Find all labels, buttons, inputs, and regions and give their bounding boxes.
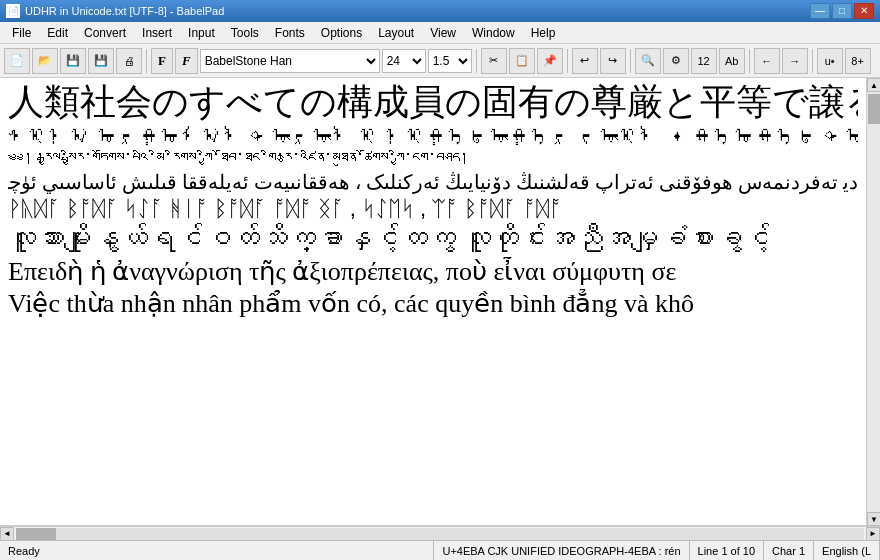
menu-view[interactable]: View <box>422 24 464 42</box>
hscroll-track[interactable] <box>16 528 864 540</box>
hscroll-left-arrow[interactable]: ◄ <box>0 527 14 541</box>
print-button[interactable]: 🖨 <box>116 48 142 74</box>
vscroll-track[interactable] <box>867 92 880 512</box>
redo-button[interactable]: ↪ <box>600 48 626 74</box>
hscroll-thumb[interactable] <box>16 528 56 540</box>
separator4 <box>630 49 631 73</box>
menu-help[interactable]: Help <box>523 24 564 42</box>
horizontal-scrollbar: ◄ ► <box>0 526 880 540</box>
font-size-select[interactable]: 24 <box>382 49 426 73</box>
menu-input[interactable]: Input <box>180 24 223 42</box>
titlebar-title: UDHR in Unicode.txt [UTF-8] - BabelPad <box>25 5 224 17</box>
separator1 <box>146 49 147 73</box>
find-button[interactable]: 🔍 <box>635 48 661 74</box>
menu-file[interactable]: File <box>4 24 39 42</box>
text-area[interactable]: 人類社会のすべての構成員の固有の尊厳と平等で譲ること0 ᠰᠢᠨ᠎ᠠ ᠤᠷᠭᠤᠮᠠ… <box>0 78 866 525</box>
separator3 <box>567 49 568 73</box>
menu-layout[interactable]: Layout <box>370 24 422 42</box>
vscroll-up-arrow[interactable]: ▲ <box>867 78 880 92</box>
status-char-info: Char 1 <box>764 541 814 560</box>
menu-fonts[interactable]: Fonts <box>267 24 313 42</box>
special2-button[interactable]: 8+ <box>845 48 871 74</box>
menu-options[interactable]: Options <box>313 24 370 42</box>
hscroll-right-arrow[interactable]: ► <box>866 527 880 541</box>
new-button[interactable]: 📄 <box>4 48 30 74</box>
separator6 <box>812 49 813 73</box>
vscroll-down-arrow[interactable]: ▼ <box>867 512 880 526</box>
menu-tools[interactable]: Tools <box>223 24 267 42</box>
vscroll-thumb[interactable] <box>868 94 880 124</box>
text-line-5: ᚹᚣᛞᚪ ᛒᚩᛞᚪ ᛋᛇᚪ ᚻᛁᚩ ᛒᚩᛞᚪ ᚩᛞᚩ ᛝᚪ , ᛋᛇᛖᛋ , ᛠ… <box>8 196 858 221</box>
undo-button[interactable]: ↩ <box>572 48 598 74</box>
minimize-button[interactable]: — <box>810 3 830 19</box>
maximize-button[interactable]: □ <box>832 3 852 19</box>
cut-button[interactable]: ✂ <box>481 48 507 74</box>
menu-convert[interactable]: Convert <box>76 24 134 42</box>
status-lang-info: English (L <box>814 541 880 560</box>
tool3-button[interactable]: Ab <box>719 48 745 74</box>
main-content[interactable]: 人類社会のすべての構成員の固有の尊厳と平等で譲ること0 ᠰᠢᠨ᠎ᠠ ᠤᠷᠭᠤᠮᠠ… <box>0 78 866 526</box>
status-ready: Ready <box>0 541 434 560</box>
text-line-2: ᠰᠢᠨ᠎ᠠ ᠤᠷᠭᠤᠮᠠᠯ ᠲᠦᠷᠦᠯ ᠢ ᠨᠢᠭᠡᠳᠦᠭᠡᠷ ᠵᠦᠢᠯ ᠂ ᠬ… <box>8 125 858 148</box>
tool2-button[interactable]: 12 <box>691 48 717 74</box>
close-button[interactable]: ✕ <box>854 3 874 19</box>
nav-right-button[interactable]: → <box>782 48 808 74</box>
menubar: File Edit Convert Insert Input Tools Fon… <box>0 22 880 44</box>
menu-window[interactable]: Window <box>464 24 523 42</box>
menu-edit[interactable]: Edit <box>39 24 76 42</box>
separator5 <box>749 49 750 73</box>
statusbar: Ready U+4EBA CJK UNIFIED IDEOGRAPH-4EBA … <box>0 540 880 560</box>
vertical-scrollbar: ▲ ▼ <box>866 78 880 526</box>
copy-button[interactable]: 📋 <box>509 48 535 74</box>
text-line-3: ༄༅། །རྒྱལ་སྤྱིར་གཏོགས་པའི་མི་རིགས་ཀྱི་ཐོ… <box>8 150 858 168</box>
bold-button[interactable]: F <box>151 48 173 74</box>
nav-left-button[interactable]: ← <box>754 48 780 74</box>
text-line-7: Επειδὴ ἡ ἀναγνώριση τῆς ἀξιοπρέπειας, πο… <box>8 257 858 287</box>
titlebar-controls: — □ ✕ <box>810 3 874 19</box>
status-line-info: Line 1 of 10 <box>690 541 765 560</box>
font-select[interactable]: BabelStone Han <box>200 49 380 73</box>
save2-button[interactable]: 💾 <box>88 48 114 74</box>
titlebar-left: 📄 UDHR in Unicode.txt [UTF-8] - BabelPad <box>6 4 224 18</box>
titlebar: 📄 UDHR in Unicode.txt [UTF-8] - BabelPad… <box>0 0 880 22</box>
status-unicode-info: U+4EBA CJK UNIFIED IDEOGRAPH-4EBA : rén <box>434 541 689 560</box>
main-wrapper: 人類社会のすべての構成員の固有の尊厳と平等で譲ること0 ᠰᠢᠨ᠎ᠠ ᠤᠷᠭᠤᠮᠠ… <box>0 78 880 526</box>
toolbar: 📄 📂 💾 💾 🖨 F F BabelStone Han 24 1.5 ✂ 📋 … <box>0 44 880 78</box>
line-spacing-select[interactable]: 1.5 <box>428 49 472 73</box>
special1-button[interactable]: u• <box>817 48 843 74</box>
text-line-8: Việc thừa nhận nhân phẩm vốn có, các quy… <box>8 289 858 319</box>
save-button[interactable]: 💾 <box>60 48 86 74</box>
menu-insert[interactable]: Insert <box>134 24 180 42</box>
tool1-button[interactable]: ⚙ <box>663 48 689 74</box>
text-line-4: ﺩﻳ ﺗﻪﻓﺮﺩﻧﻤﻪﺱ ﻫﻮﻓﯚﻗﻨﯽ ﺋﻪﺗﺮﺍﭖ ﻗﻪﻟﺸﻨﯩﯔ ﺩﯙﻧﻴ… <box>8 171 858 194</box>
open-button[interactable]: 📂 <box>32 48 58 74</box>
text-line-6: လူသားမျိုးနွယ်ရင်ဝတ်သိက္ခာနှင့်တကွ လူတို… <box>8 223 858 255</box>
italic-button[interactable]: F <box>175 48 198 74</box>
separator2 <box>476 49 477 73</box>
paste-button[interactable]: 📌 <box>537 48 563 74</box>
app-icon: 📄 <box>6 4 20 18</box>
text-line-1: 人類社会のすべての構成員の固有の尊厳と平等で譲ること0 <box>8 82 858 123</box>
